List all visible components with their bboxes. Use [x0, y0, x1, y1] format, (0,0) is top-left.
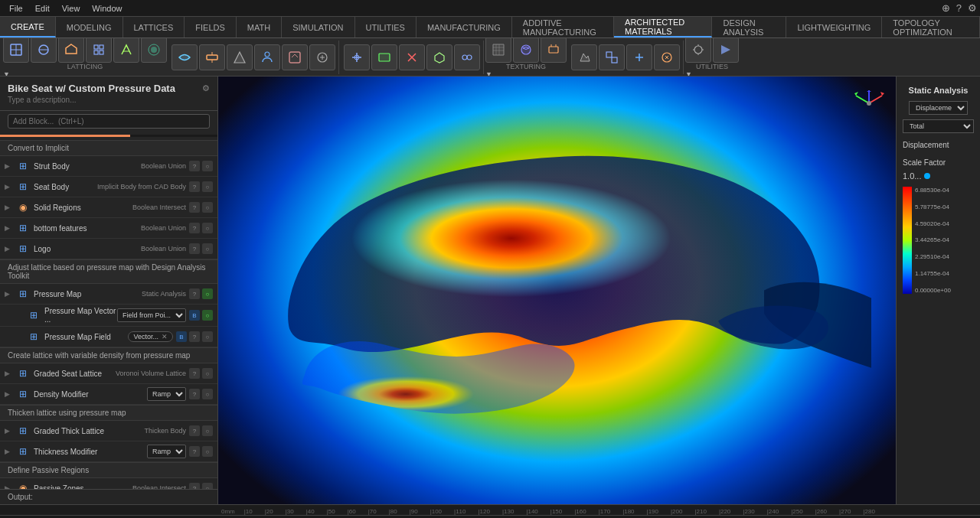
- tool-btn-18[interactable]: [485, 38, 511, 63]
- row-logo[interactable]: ▶ ⊞ Logo Boolean Union ? ○: [0, 239, 217, 259]
- tool-btn-19[interactable]: [513, 38, 539, 63]
- row-seat-body[interactable]: ▶ ⊞ Seat Body Implicit Body from CAD Bod…: [0, 177, 217, 197]
- tool-btn-8[interactable]: [199, 44, 225, 70]
- tool-btn-12[interactable]: [309, 44, 335, 70]
- tab-create[interactable]: CREATE: [0, 17, 56, 37]
- gt-more-btn[interactable]: ○: [202, 425, 213, 436]
- tab-lightweighting[interactable]: LIGHTWEIGHTING: [786, 17, 882, 37]
- row-pressure-map[interactable]: ▶ ⊞ Pressure Map Static Analysis ? ○: [0, 284, 217, 305]
- expand-thickness[interactable]: ▶: [5, 448, 15, 455]
- tool-btn-4[interactable]: [86, 38, 112, 63]
- logo-info-btn[interactable]: ?: [189, 243, 200, 254]
- pz-info-btn[interactable]: ?: [189, 483, 200, 489]
- tool-btn-14[interactable]: [371, 44, 397, 70]
- help-icon[interactable]: ⊕: [942, 2, 950, 14]
- tab-simulation[interactable]: SIMULATION: [282, 17, 354, 37]
- pm-info-btn[interactable]: ?: [189, 288, 200, 299]
- tool-btn-6[interactable]: [141, 38, 167, 63]
- thickness-select[interactable]: Ramp: [147, 445, 186, 458]
- row-solid-regions[interactable]: ▶ ◉ Solid Regions Boolean Intersect ? ○: [0, 197, 217, 218]
- viewport[interactable]: [218, 77, 896, 504]
- texturing-dropdown[interactable]: ▼: [485, 70, 567, 77]
- row-strut-body[interactable]: ▶ ⊞ Strut Body Boolean Union ? ○: [0, 156, 217, 177]
- pm-more-btn[interactable]: ○: [202, 288, 213, 299]
- tool-btn-10[interactable]: [254, 44, 280, 70]
- panel-settings-icon[interactable]: ⚙: [202, 83, 210, 93]
- strut-info-btn[interactable]: ?: [189, 161, 200, 171]
- pmv-more-btn[interactable]: ○: [202, 310, 213, 321]
- tool-btn-20[interactable]: [541, 38, 567, 63]
- expand-seat[interactable]: ▶: [5, 183, 15, 191]
- pmv-b-btn[interactable]: B: [189, 310, 200, 321]
- seat-more-btn[interactable]: ○: [202, 181, 213, 192]
- menu-window[interactable]: Window: [86, 2, 128, 15]
- tab-topology[interactable]: TOPOLOGY OPTIMIZATION: [882, 17, 980, 37]
- solid-more-btn[interactable]: ○: [202, 202, 213, 213]
- pmf-info-btn[interactable]: ?: [189, 331, 200, 342]
- tool-btn-23[interactable]: [626, 44, 652, 70]
- pmf-more-btn[interactable]: ○: [202, 331, 213, 342]
- tool-btn-22[interactable]: [599, 44, 625, 70]
- pmf-b-btn[interactable]: B: [176, 331, 187, 342]
- utilities-dropdown[interactable]: ▼: [685, 70, 739, 77]
- row-density-modifier[interactable]: ▶ ⊞ Density Modifier Ramp ? ○: [0, 384, 217, 405]
- pmf-pill-close[interactable]: ✕: [162, 333, 168, 340]
- expand-strut[interactable]: ▶: [5, 162, 15, 170]
- tab-math[interactable]: MATH: [237, 17, 282, 37]
- menu-view[interactable]: View: [56, 2, 87, 15]
- tool-btn-21[interactable]: [571, 44, 597, 70]
- dm-info-btn[interactable]: ?: [189, 389, 200, 399]
- tab-modeling[interactable]: MODELING: [56, 17, 123, 37]
- tab-additive[interactable]: ADDITIVE MANUFACTURING: [512, 17, 614, 37]
- tool-btn-3[interactable]: [58, 38, 84, 63]
- pmv-field-select[interactable]: Field from Poi...: [117, 308, 186, 322]
- tab-manufacturing[interactable]: MANUFACTURING: [416, 17, 512, 37]
- tool-btn-13[interactable]: [344, 44, 370, 70]
- tool-btn-9[interactable]: [227, 44, 253, 70]
- menu-edit[interactable]: Edit: [29, 2, 56, 15]
- rp-total-select[interactable]: Total: [903, 119, 974, 133]
- gs-info-btn[interactable]: ?: [189, 368, 200, 379]
- settings-icon[interactable]: ⚙: [968, 2, 977, 14]
- row-graded-seat[interactable]: ▶ ⊞ Graded Seat Lattice Voronoi Volume L…: [0, 363, 217, 384]
- strut-more-btn[interactable]: ○: [202, 161, 213, 171]
- tab-utilities[interactable]: UTILITIES: [355, 17, 416, 37]
- tool-btn-25[interactable]: [685, 38, 711, 63]
- rp-displacement-select[interactable]: Displacement (mm): [909, 101, 968, 115]
- bottom-more-btn[interactable]: ○: [202, 223, 213, 233]
- row-bottom-features[interactable]: ▶ ⊞ bottom features Boolean Union ? ○: [0, 218, 217, 239]
- question-icon[interactable]: ?: [956, 2, 962, 14]
- gt-info-btn[interactable]: ?: [189, 425, 200, 436]
- tab-architected[interactable]: ARCHITECTED MATERIALS: [614, 17, 712, 37]
- gs-more-btn[interactable]: ○: [202, 368, 213, 379]
- logo-more-btn[interactable]: ○: [202, 243, 213, 254]
- tool-btn-11[interactable]: [282, 44, 308, 70]
- tool-btn-2[interactable]: [31, 38, 57, 63]
- solid-info-btn[interactable]: ?: [189, 202, 200, 213]
- row-graded-thick[interactable]: ▶ ⊞ Graded Thick Lattice Thicken Body ? …: [0, 421, 217, 441]
- tool-btn-24[interactable]: [654, 44, 680, 70]
- add-block-input[interactable]: [8, 114, 210, 129]
- tm-more-btn[interactable]: ○: [202, 446, 213, 457]
- tool-btn-7[interactable]: [172, 44, 198, 70]
- panel-description[interactable]: Type a description...: [8, 96, 210, 104]
- expand-bottom[interactable]: ▶: [5, 224, 15, 232]
- expand-density[interactable]: ▶: [5, 390, 15, 398]
- pz-more-btn[interactable]: ○: [202, 483, 213, 489]
- tm-info-btn[interactable]: ?: [189, 446, 200, 457]
- density-select[interactable]: Ramp: [147, 387, 186, 401]
- tool-btn-17[interactable]: [454, 44, 480, 70]
- tool-btn-16[interactable]: [426, 44, 452, 70]
- bottom-info-btn[interactable]: ?: [189, 223, 200, 233]
- row-passive-zones[interactable]: ▶ ◉ Passive Zones Boolean Intersect ? ○: [0, 478, 217, 489]
- tab-design[interactable]: DESIGN ANALYSIS: [712, 17, 786, 37]
- row-pressure-map-vector[interactable]: ⊞ Pressure Map Vector ... Field from Poi…: [0, 305, 217, 327]
- row-pressure-map-field[interactable]: ⊞ Pressure Map Field Vector... ✕ B ? ○: [0, 327, 217, 347]
- tool-btn-15[interactable]: [399, 44, 425, 70]
- tab-lattices[interactable]: LATTICES: [123, 17, 185, 37]
- expand-solid[interactable]: ▶: [5, 204, 15, 211]
- seat-info-btn[interactable]: ?: [189, 181, 200, 192]
- row-thickness-modifier[interactable]: ▶ ⊞ Thickness Modifier Ramp ? ○: [0, 441, 217, 462]
- tab-fields[interactable]: FIELDS: [185, 17, 237, 37]
- menu-file[interactable]: File: [3, 2, 29, 15]
